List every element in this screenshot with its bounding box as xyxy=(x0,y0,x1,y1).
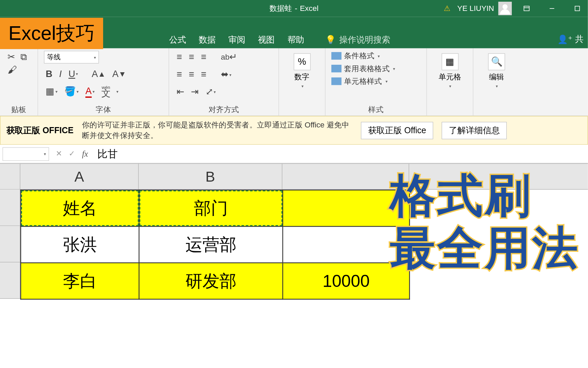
group-label-styles: 样式 xyxy=(331,103,421,115)
fill-color-button[interactable]: 🪣▾ xyxy=(63,85,80,98)
bold-button[interactable]: B xyxy=(44,67,54,80)
user-avatar[interactable] xyxy=(498,2,512,15)
group-label-font: 字体 xyxy=(44,103,163,115)
tab-review[interactable]: 审阅 xyxy=(228,34,245,46)
svg-rect-0 xyxy=(524,6,529,11)
group-editing: 🔍 编辑 ▾ xyxy=(473,48,520,116)
overlay-title: 格式刷 最全用法 xyxy=(390,169,579,274)
conditional-format-icon xyxy=(331,52,342,60)
group-clipboard: ✂ ⧉ 🖌 贴板 xyxy=(0,48,38,116)
italic-button[interactable]: I xyxy=(58,67,64,80)
phonetic-guide-button[interactable]: wén 文 xyxy=(100,85,112,99)
window-title: 数据蛙 - Excel xyxy=(270,3,318,14)
cell-styles-button[interactable]: 单元格样式▾ xyxy=(331,76,421,87)
get-genuine-office-button[interactable]: 获取正版 Office xyxy=(361,122,434,139)
cell-B3[interactable]: 研发部 xyxy=(139,263,283,300)
format-as-table-button[interactable]: 套用表格格式▾ xyxy=(331,63,421,74)
group-styles: 条件格式▾ 套用表格格式▾ 单元格样式▾ 样式 xyxy=(325,48,427,116)
account-name[interactable]: YE LIUYIN xyxy=(457,4,494,13)
enter-icon[interactable]: ✓ xyxy=(69,149,75,159)
license-warning-bar: 获取正版 OFFICE 你的许可证并非正版，你可能是盗版软件的受害者。立即通过正… xyxy=(0,116,588,145)
find-icon: 🔍 xyxy=(488,53,505,70)
license-message: 你的许可证并非正版，你可能是盗版软件的受害者。立即通过正版 Office 避免中… xyxy=(82,120,353,141)
align-left-button[interactable]: ≡ xyxy=(175,68,184,81)
share-button[interactable]: 👤⁺ 共 xyxy=(557,33,584,45)
table-row[interactable]: 李白 研发部 10000 xyxy=(21,263,410,300)
align-center-button[interactable]: ≡ xyxy=(187,68,196,81)
table-row[interactable]: 姓名 部门 xyxy=(21,190,410,227)
formula-bar: ▾ ✕ ✓ fx 比甘 xyxy=(0,145,588,164)
overlay-line-1: 格式刷 xyxy=(390,169,579,222)
cell-B2[interactable]: 运营部 xyxy=(139,227,283,263)
increase-indent-button[interactable]: ⇥ xyxy=(189,86,200,98)
cells-icon: ▦ xyxy=(441,53,458,70)
cell-B1[interactable]: 部门 xyxy=(139,190,283,227)
group-number: % 数字 ▾ xyxy=(279,48,326,116)
lightbulb-icon: 💡 xyxy=(325,35,336,45)
merge-center-button[interactable]: ⬌▾ xyxy=(219,68,233,81)
warning-icon: ⚠ xyxy=(444,4,451,13)
percent-icon: % xyxy=(294,53,311,70)
number-format-button[interactable]: % 数字 ▾ xyxy=(285,51,319,91)
share-icon: 👤⁺ xyxy=(557,34,573,44)
tab-data[interactable]: 数据 xyxy=(199,34,216,46)
cancel-icon[interactable]: ✕ xyxy=(56,149,62,159)
insert-function-button[interactable]: fx xyxy=(82,149,88,159)
learn-more-button[interactable]: 了解详细信息 xyxy=(442,122,507,139)
copy-icon[interactable]: ⧉ xyxy=(19,51,29,63)
conditional-formatting-button[interactable]: 条件格式▾ xyxy=(331,51,421,61)
tab-formulas[interactable]: 公式 xyxy=(169,34,186,46)
decrease-indent-button[interactable]: ⇤ xyxy=(175,86,186,98)
format-painter-icon[interactable]: 🖌 xyxy=(6,63,18,76)
overlay-badge-excel-tips: Excel技巧 xyxy=(0,18,103,49)
formula-input[interactable]: 比甘 xyxy=(92,147,118,161)
row-header-2[interactable] xyxy=(0,226,20,263)
align-top-button[interactable]: ≡ xyxy=(175,51,184,63)
cell-A1[interactable]: 姓名 xyxy=(21,190,139,227)
group-label-alignment: 对齐方式 xyxy=(175,103,273,115)
align-middle-button[interactable]: ≡ xyxy=(187,51,196,63)
group-font: 等线▾ B I U▾ A▲ A▼ ▦▾ 🪣▾ A▾ wén 文 ▾ 字体 xyxy=(38,48,169,116)
editing-button[interactable]: 🔍 编辑 ▾ xyxy=(479,51,514,91)
table-format-icon xyxy=(331,65,342,72)
align-bottom-button[interactable]: ≡ xyxy=(199,51,208,63)
app-name: Excel xyxy=(300,4,318,13)
row-header-3[interactable] xyxy=(0,263,20,299)
ribbon: ✂ ⧉ 🖌 贴板 等线▾ B I U▾ A▲ A▼ ▦▾ 🪣 xyxy=(0,48,588,116)
font-name-select[interactable]: 等线▾ xyxy=(44,51,99,63)
align-right-button[interactable]: ≡ xyxy=(199,68,208,81)
column-header-B[interactable]: B xyxy=(138,164,282,189)
cell-A3[interactable]: 李白 xyxy=(21,263,139,300)
wrap-text-button[interactable]: ab↵ xyxy=(219,51,239,63)
cell-A2[interactable]: 张洪 xyxy=(21,227,139,263)
cell-style-icon xyxy=(331,77,342,85)
select-all-triangle[interactable] xyxy=(0,164,20,189)
overlay-line-2: 最全用法 xyxy=(390,222,579,274)
increase-font-button[interactable]: A▲ xyxy=(90,67,107,80)
group-alignment: ≡ ≡ ≡ ab↵ ≡ ≡ ≡ ⬌▾ ⇤ ⇥ ⤢▾ 对齐方式 xyxy=(169,48,279,116)
name-box[interactable]: ▾ xyxy=(2,147,49,161)
column-header-A[interactable]: A xyxy=(20,164,139,189)
group-cells: ▦ 单元格 ▾ xyxy=(427,48,473,116)
tell-me-search[interactable]: 💡 操作说明搜索 xyxy=(325,34,390,46)
document-name: 数据蛙 xyxy=(270,3,292,14)
decrease-font-button[interactable]: A▼ xyxy=(111,67,128,80)
underline-button[interactable]: U▾ xyxy=(67,67,80,80)
group-label-clipboard: 贴板 xyxy=(6,103,32,115)
window-titlebar: 数据蛙 - Excel ⚠ YE LIUYIN xyxy=(0,0,588,17)
table-row[interactable]: 张洪 运营部 xyxy=(21,227,410,263)
font-color-button[interactable]: A▾ xyxy=(84,85,96,98)
license-title: 获取正版 OFFICE xyxy=(6,125,74,136)
tab-help[interactable]: 帮助 xyxy=(288,34,305,46)
cut-icon[interactable]: ✂ xyxy=(6,51,17,63)
minimize-button[interactable] xyxy=(541,0,562,17)
maximize-button[interactable] xyxy=(567,0,588,17)
orientation-button[interactable]: ⤢▾ xyxy=(204,86,218,98)
tab-view[interactable]: 视图 xyxy=(258,34,275,46)
ribbon-display-options-button[interactable] xyxy=(516,0,537,17)
row-header-1[interactable] xyxy=(0,190,20,226)
borders-button[interactable]: ▦▾ xyxy=(44,85,59,98)
cells-button[interactable]: ▦ 单元格 ▾ xyxy=(433,51,467,91)
svg-rect-3 xyxy=(575,6,579,11)
